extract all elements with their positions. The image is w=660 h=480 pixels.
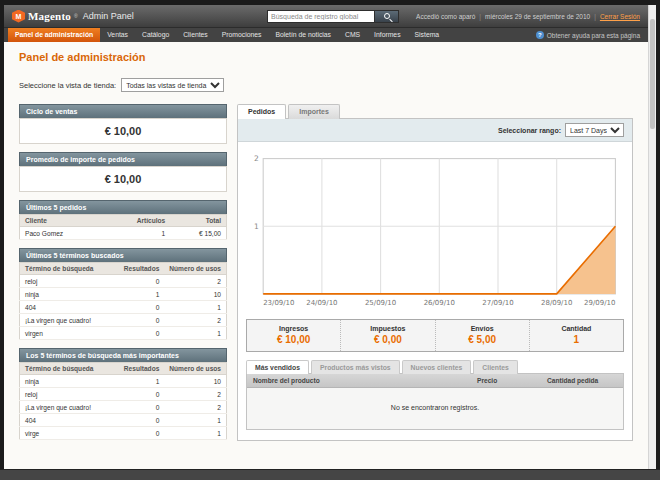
- svg-text:24/09/10: 24/09/10: [306, 299, 337, 307]
- admin-header: M Magento ® Admin Panel Accedió como apa…: [4, 5, 648, 27]
- window-frame-bottom: [0, 469, 660, 480]
- col-header: Término de búsqueda: [20, 263, 119, 275]
- table-row[interactable]: Paco Gomez 1 € 15,00: [20, 227, 227, 240]
- stat-label: Envíos: [436, 325, 529, 332]
- browser-scrollbar[interactable]: [648, 5, 656, 469]
- lifetime-sales-section: Ciclo de ventas € 10,00: [19, 104, 227, 144]
- tab-clientes[interactable]: Clientes: [473, 360, 517, 374]
- logout-link[interactable]: Cerrar Sesión: [600, 13, 640, 20]
- cell-uses: 1: [164, 427, 226, 440]
- store-view-select[interactable]: Todas las vistas de tienda: [121, 78, 224, 92]
- separator: |: [594, 13, 596, 20]
- average-orders-section: Promedio de importe de pedidos € 10,00: [19, 152, 227, 192]
- last-search-table: Término de búsqueda Resultados Número de…: [19, 262, 227, 340]
- cell-term: ninja: [20, 288, 119, 301]
- cell-term: reloj: [20, 388, 119, 401]
- global-search-button[interactable]: [375, 10, 399, 23]
- col-header: Resultados: [119, 263, 165, 275]
- svg-text:29/09/10: 29/09/10: [584, 299, 615, 307]
- stat-label: Cantidad: [530, 325, 623, 332]
- tab-nuevos-clientes[interactable]: Nuevos clientes: [402, 360, 472, 374]
- table-row[interactable]: reloj 0 2: [20, 388, 227, 401]
- cell-uses: 2: [164, 401, 226, 414]
- orders-chart-svg: 1223/09/1024/09/1025/09/1026/09/1027/09/…: [246, 150, 624, 311]
- cell-term: 404: [20, 414, 119, 427]
- cell-uses: 10: [164, 288, 226, 301]
- table-row[interactable]: 404 0 1: [20, 301, 227, 314]
- cell-term: ¡La virgen que cuadro!: [20, 401, 119, 414]
- table-row[interactable]: ninja 1 10: [20, 288, 227, 301]
- dashboard-right-column: Pedidos Importes Seleccionar rango: Last…: [237, 104, 633, 441]
- nav-item-cms[interactable]: CMS: [338, 28, 367, 42]
- cell-results: 1: [119, 375, 165, 388]
- range-select[interactable]: Last 7 Days: [565, 123, 624, 137]
- table-row[interactable]: ninja 1 10: [20, 375, 227, 388]
- table-row[interactable]: virge 0 1: [20, 427, 227, 440]
- svg-text:28/09/10: 28/09/10: [541, 299, 572, 307]
- global-search: [267, 10, 399, 23]
- tab-importes[interactable]: Importes: [288, 104, 340, 119]
- average-orders-value: € 10,00: [19, 166, 227, 192]
- lifetime-sales-value: € 10,00: [19, 118, 227, 144]
- stat-envios: Envíos € 5,00: [435, 320, 529, 351]
- current-date: miércoles 29 de septiembre de 2010: [485, 13, 590, 20]
- last-search-section: Últimos 5 términos buscados Término de b…: [19, 248, 227, 340]
- nav-item-ventas[interactable]: Ventas: [100, 28, 135, 42]
- store-view-switcher: Seleccione la vista de tienda: Todas las…: [19, 78, 633, 92]
- stat-label: Impuestos: [341, 325, 434, 332]
- logged-in-as: Accedió como aparó: [416, 13, 475, 20]
- nav-item-dashboard[interactable]: Panel de administración: [8, 28, 100, 42]
- cell-uses: 10: [164, 375, 226, 388]
- table-row[interactable]: virgen 0 1: [20, 327, 227, 340]
- last-orders-table: Cliente Artículos Total Paco Gomez 1 € 1…: [19, 214, 227, 240]
- products-table-header: Nombre del producto Precio Cantidad pedi…: [247, 374, 623, 388]
- section-title: Promedio de importe de pedidos: [19, 152, 227, 166]
- section-title: Los 5 términos de búsqueda más important…: [19, 348, 227, 362]
- help-link[interactable]: ? Obtener ayuda para esta página: [536, 28, 648, 42]
- tab-pedidos[interactable]: Pedidos: [237, 104, 286, 119]
- col-header: Término de búsqueda: [20, 363, 119, 375]
- cell-results: 0: [119, 401, 165, 414]
- nav-item-boletin[interactable]: Boletín de noticias: [268, 28, 338, 42]
- table-row[interactable]: ¡La virgen que cuadro! 0 2: [20, 314, 227, 327]
- stat-value: € 5,00: [436, 334, 529, 345]
- top-search-table: Término de búsqueda Resultados Número de…: [19, 362, 227, 440]
- col-header-product: Nombre del producto: [247, 374, 471, 387]
- cell-results: 0: [119, 388, 165, 401]
- range-label: Seleccionar rango:: [498, 127, 561, 134]
- cell-uses: 1: [164, 414, 226, 427]
- scrollbar-thumb[interactable]: [650, 19, 655, 129]
- tab-mas-vendidos[interactable]: Más vendidos: [246, 360, 309, 374]
- nav-item-promociones[interactable]: Promociones: [215, 28, 269, 42]
- tab-productos-mas-vistos[interactable]: Productos más vistos: [311, 360, 400, 374]
- top-search-section: Los 5 términos de búsqueda más important…: [19, 348, 227, 440]
- nav-item-informes[interactable]: Informes: [367, 28, 407, 42]
- products-table: Nombre del producto Precio Cantidad pedi…: [246, 373, 624, 430]
- nav-item-catalogo[interactable]: Catálogo: [135, 28, 176, 42]
- header-user-info: Accedió como aparó | miércoles 29 de sep…: [416, 13, 640, 20]
- svg-text:1: 1: [254, 222, 259, 231]
- cell-uses: 2: [164, 314, 226, 327]
- cell-results: 0: [119, 327, 165, 340]
- cell-uses: 1: [164, 301, 226, 314]
- section-title: Últimos 5 pedidos: [19, 200, 227, 214]
- cell-uses: 2: [164, 388, 226, 401]
- stat-ingresos: Ingresos € 10,00: [247, 320, 340, 351]
- cell-total: € 15,00: [170, 227, 226, 240]
- cell-term: 404: [20, 301, 119, 314]
- col-header: Número de usos: [164, 363, 226, 375]
- help-icon: ?: [536, 31, 544, 39]
- cell-results: 0: [119, 414, 165, 427]
- nav-item-clientes[interactable]: Clientes: [176, 28, 215, 42]
- magento-logo-icon: M: [12, 10, 25, 23]
- cell-results: 1: [119, 288, 165, 301]
- nav-item-sistema[interactable]: Sistema: [408, 28, 447, 42]
- table-row[interactable]: ¡La virgen que cuadro! 0 2: [20, 401, 227, 414]
- store-view-label: Seleccione la vista de tienda:: [19, 81, 116, 90]
- bottom-tabs: Más vendidos Productos más vistos Nuevos…: [246, 360, 624, 374]
- orders-panel: Seleccionar rango: Last 7 Days 1223/09/1…: [237, 118, 633, 441]
- stat-cantidad: Cantidad 1: [529, 320, 623, 351]
- global-search-input[interactable]: [267, 10, 375, 23]
- table-row[interactable]: 404 0 1: [20, 414, 227, 427]
- table-row[interactable]: reloj 0 2: [20, 275, 227, 288]
